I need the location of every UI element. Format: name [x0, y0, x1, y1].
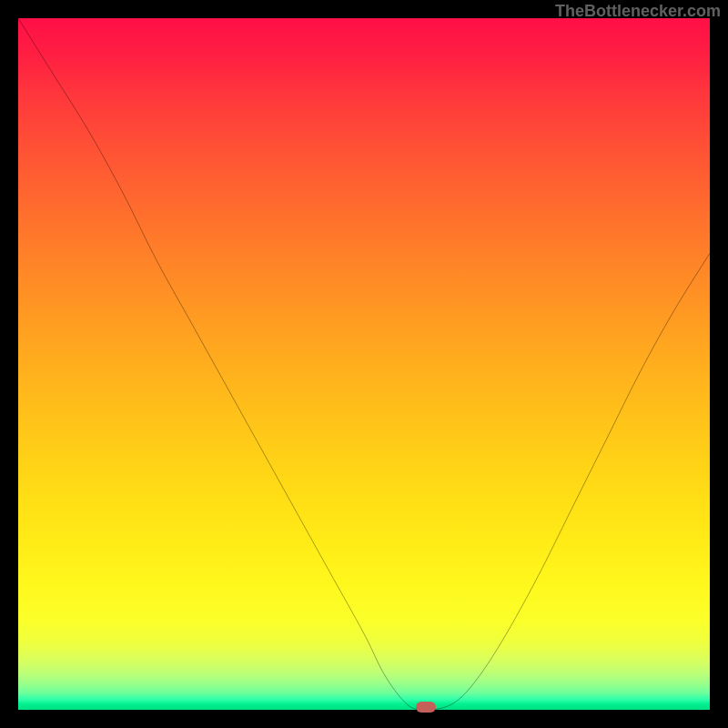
attribution-text: TheBottlenecker.com: [555, 2, 721, 21]
plot-area: [18, 18, 710, 710]
optimal-point-marker: [416, 702, 436, 713]
bottleneck-curve: [18, 18, 710, 710]
chart-frame: TheBottlenecker.com: [0, 0, 728, 728]
